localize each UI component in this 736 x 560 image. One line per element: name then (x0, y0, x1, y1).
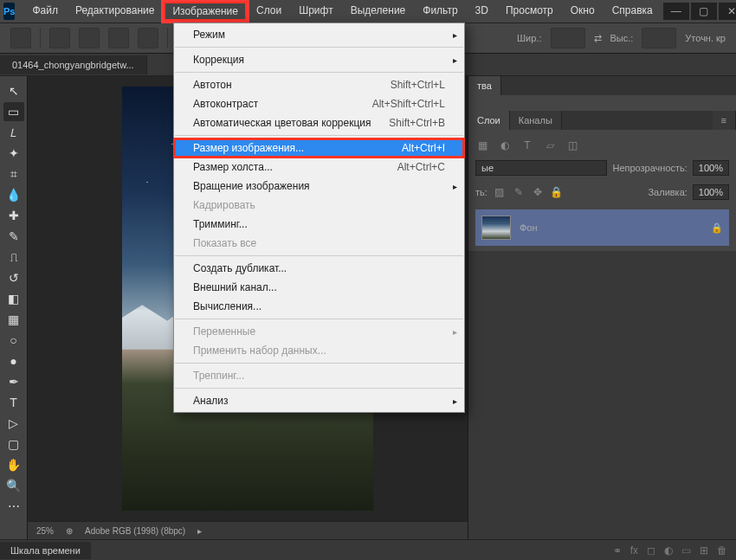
menu-separator (175, 255, 463, 256)
crop-tool[interactable]: ⌗ (3, 164, 24, 183)
menu-item[interactable]: Создать дубликат... (174, 259, 464, 278)
filter-shape-icon[interactable]: ▱ (543, 138, 557, 152)
clone-stamp-tool[interactable]: ⎍ (3, 248, 24, 267)
document-tab[interactable]: 01464_chongyangbridgetw... (0, 55, 147, 74)
filter-type-icon[interactable]: T (520, 138, 534, 152)
menu-item[interactable]: Коррекция (174, 50, 464, 69)
menu-separator (175, 72, 463, 73)
lock-position-icon[interactable]: ✥ (531, 185, 545, 199)
menu-item-label: Размер холста... (193, 161, 273, 173)
pen-tool[interactable]: ✒ (3, 372, 24, 391)
menu-изображение[interactable]: Изображение (163, 1, 248, 22)
path-selection-tool[interactable]: ▷ (3, 414, 24, 433)
menu-item: Показать все (174, 234, 464, 253)
layer-mask-icon[interactable]: ◻ (647, 544, 655, 557)
edit-toolbar[interactable]: ⋯ (3, 497, 24, 516)
menu-separator (175, 363, 463, 364)
menu-шрифт[interactable]: Шрифт (290, 1, 341, 22)
menu-выделение[interactable]: Выделение (342, 1, 415, 22)
rectangle-tool[interactable]: ▢ (3, 434, 24, 454)
menu-item[interactable]: АвтоконтрастAlt+Shift+Ctrl+L (174, 94, 464, 113)
healing-brush-tool[interactable]: ✚ (3, 206, 24, 225)
filter-adjust-icon[interactable]: ◐ (498, 138, 512, 152)
menu-item[interactable]: Режим (174, 25, 464, 44)
menu-справка[interactable]: Справка (604, 1, 662, 22)
marquee-tool[interactable]: ▭ (3, 102, 24, 121)
layer-style-icon[interactable]: fx (630, 544, 638, 557)
menu-фильтр[interactable]: Фильтр (414, 1, 466, 22)
menu-item[interactable]: Автоматическая цветовая коррекцияShift+C… (174, 113, 464, 132)
fill-label: Заливка: (648, 187, 687, 197)
delete-layer-icon[interactable]: 🗑 (717, 544, 727, 557)
filter-smart-icon[interactable]: ◫ (565, 138, 579, 152)
type-tool[interactable]: T (3, 393, 24, 412)
selection-subtract-icon[interactable] (108, 28, 129, 48)
menu-редактирование[interactable]: Редактирование (67, 1, 163, 22)
menu-item-label: Режим (193, 29, 225, 41)
lock-all-icon[interactable]: 🔒 (550, 185, 564, 199)
marquee-tool-preset-icon[interactable] (10, 28, 31, 48)
panel-menu-icon[interactable]: ≡ (713, 111, 736, 130)
selection-add-icon[interactable] (79, 28, 100, 48)
selection-intersect-icon[interactable] (138, 28, 158, 48)
brush-tool[interactable]: ✎ (3, 227, 24, 246)
blur-tool[interactable]: ○ (3, 331, 24, 350)
group-icon[interactable]: ▭ (681, 544, 691, 557)
fill-field[interactable]: 100% (693, 184, 729, 200)
menu-слои[interactable]: Слои (248, 1, 290, 22)
color-profile: Adobe RGB (1998) (8bpc) (85, 526, 185, 536)
magic-wand-tool[interactable]: ✦ (3, 144, 24, 163)
eraser-tool[interactable]: ◧ (3, 289, 24, 308)
menu-item[interactable]: Анализ (174, 391, 464, 410)
adjustment-layer-icon[interactable]: ◐ (664, 544, 673, 557)
hand-tool[interactable]: ✋ (3, 455, 24, 474)
menu-item-label: Автоматическая цветовая коррекция (193, 117, 371, 129)
info-arrow-icon[interactable]: ▸ (197, 526, 202, 536)
maximize-button[interactable]: ▢ (691, 3, 717, 20)
close-button[interactable]: ✕ (719, 3, 736, 20)
tab-timeline[interactable]: Шкала времени (0, 542, 91, 559)
height-field[interactable] (642, 28, 676, 48)
tab-layers[interactable]: Слои (468, 111, 510, 130)
menu-item-label: Тримминг... (193, 218, 248, 230)
tab-properties[interactable]: тва (468, 76, 501, 95)
menu-item[interactable]: Вычисления... (174, 297, 464, 316)
menu-файл[interactable]: Файл (23, 1, 67, 22)
swap-icon[interactable]: ⇄ (594, 33, 602, 44)
opacity-field[interactable]: 100% (693, 160, 729, 176)
bottom-bar: Шкала времени ⚭ fx ◻ ◐ ▭ ⊞ 🗑 (0, 539, 736, 560)
menu-item-shortcut: Shift+Ctrl+L (391, 79, 445, 91)
menu-item-shortcut: Shift+Ctrl+B (389, 117, 445, 129)
menu-item[interactable]: Размер холста...Alt+Ctrl+C (174, 158, 464, 177)
new-layer-icon[interactable]: ⊞ (700, 544, 708, 557)
blend-mode-field[interactable]: ые (475, 160, 607, 176)
menu-item[interactable]: Тримминг... (174, 215, 464, 234)
menu-просмотр[interactable]: Просмотр (497, 1, 562, 22)
history-brush-tool[interactable]: ↺ (3, 268, 24, 287)
menu-item[interactable]: Вращение изображения (174, 177, 464, 196)
menu-item[interactable]: Размер изображения...Alt+Ctrl+I (174, 138, 464, 158)
menu-3d[interactable]: 3D (467, 1, 497, 22)
layer-row-background[interactable]: Фон 🔒 (475, 209, 729, 246)
selection-new-icon[interactable] (49, 28, 70, 48)
minimize-button[interactable]: — (663, 3, 689, 20)
width-field[interactable] (551, 28, 585, 48)
menu-item[interactable]: Внешний канал... (174, 278, 464, 297)
eyedropper-tool[interactable]: 💧 (3, 185, 24, 204)
right-panels: тва Слои Каналы ≡ ▦ ◐ T ▱ ◫ ые Непрозрач… (468, 76, 736, 539)
move-tool[interactable]: ↖ (3, 81, 24, 100)
zoom-level[interactable]: 25% (36, 526, 54, 536)
menu-окно[interactable]: Окно (562, 1, 604, 22)
lock-transparent-icon[interactable]: ▨ (493, 185, 507, 199)
refine-edge-button[interactable]: Уточн. кр (685, 33, 726, 43)
gradient-tool[interactable]: ▦ (3, 310, 24, 329)
filter-pixel-icon[interactable]: ▦ (475, 138, 489, 152)
zoom-tool[interactable]: 🔍 (3, 476, 24, 495)
dodge-tool[interactable]: ● (3, 351, 24, 370)
lock-pixels-icon[interactable]: ✎ (512, 185, 526, 199)
menu-item-label: Автотон (193, 79, 232, 91)
link-layers-icon[interactable]: ⚭ (613, 544, 622, 557)
lasso-tool[interactable]: 𝘓 (3, 123, 24, 142)
menu-item[interactable]: АвтотонShift+Ctrl+L (174, 75, 464, 94)
tab-channels[interactable]: Каналы (510, 111, 562, 130)
